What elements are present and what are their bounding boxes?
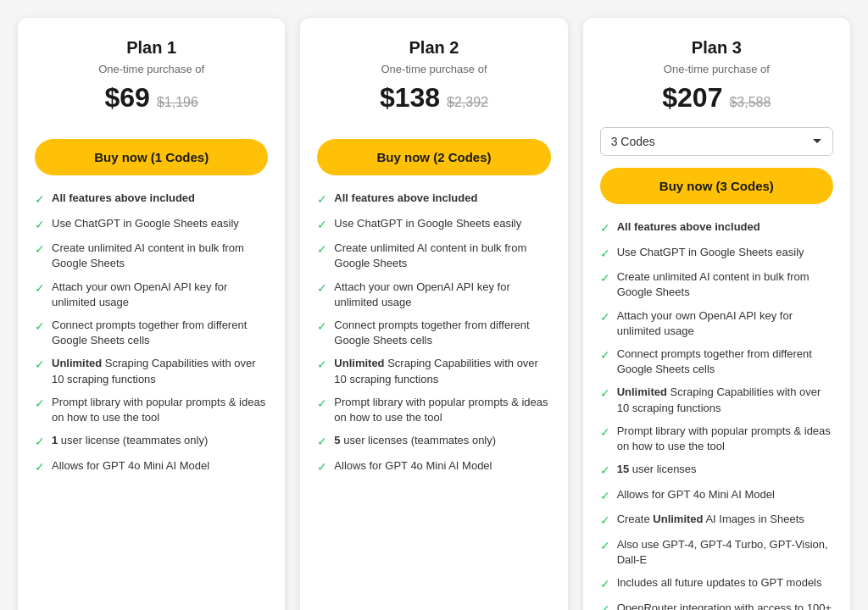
feature-item: ✓Prompt library with popular prompts & i… [317, 395, 550, 425]
feature-text: Allows for GPT 4o Mini AI Model [334, 458, 492, 474]
features-list: ✓All features above included✓Use ChatGPT… [600, 219, 833, 610]
feature-item: ✓Use ChatGPT in Google Sheets easily [35, 216, 268, 234]
plan-subtitle: One-time purchase of [600, 63, 833, 75]
feature-text: OpenRouter integration with access to 10… [617, 601, 833, 610]
feature-text: Unlimited Scraping Capabilities with ove… [52, 356, 268, 386]
feature-text: Attach your own OpenAI API key for unlim… [334, 280, 550, 310]
feature-item: ✓Unlimited Scraping Capabilities with ov… [317, 356, 550, 386]
feature-text: 15 user licenses [617, 462, 697, 477]
features-list: ✓All features above included✓Use ChatGPT… [317, 191, 550, 475]
feature-text: Prompt library with popular prompts & id… [617, 424, 833, 454]
feature-text: Use ChatGPT in Google Sheets easily [617, 245, 804, 260]
check-icon: ✓ [600, 538, 610, 555]
buy-button[interactable]: Buy now (3 Codes) [600, 168, 833, 204]
buy-button[interactable]: Buy now (2 Codes) [317, 139, 550, 175]
feature-item: ✓Create unlimited AI content in bulk fro… [317, 241, 550, 271]
pricing-container: Plan 1One-time purchase of$69$1,196Buy n… [17, 17, 851, 610]
plan-title: Plan 1 [35, 38, 268, 58]
check-icon: ✓ [35, 191, 45, 208]
feature-item: ✓Create unlimited AI content in bulk fro… [600, 269, 833, 300]
feature-item: ✓All features above included [35, 191, 268, 208]
check-icon: ✓ [317, 459, 327, 476]
feature-text: Connect prompts together from different … [52, 318, 268, 348]
feature-item: ✓15 user licenses [600, 462, 833, 480]
feature-text: Attach your own OpenAI API key for unlim… [617, 308, 833, 339]
plan-card-3: Plan 3One-time purchase of$207$3,5881 Co… [582, 17, 851, 610]
plan-header: Plan 1One-time purchase of$69$1,196 [35, 38, 268, 114]
check-icon: ✓ [35, 357, 45, 374]
feature-text: Prompt library with popular prompts & id… [334, 395, 550, 425]
feature-text: All features above included [52, 191, 195, 206]
check-icon: ✓ [600, 488, 610, 505]
plan-price: $69$1,196 [35, 82, 268, 114]
feature-text: Create unlimited AI content in bulk from… [617, 269, 833, 300]
price-original: $2,392 [447, 95, 488, 110]
feature-text: Create unlimited AI content in bulk from… [334, 241, 550, 271]
check-icon: ✓ [317, 319, 327, 336]
plan-title: Plan 3 [600, 38, 833, 58]
feature-item: ✓1 user license (teammates only) [35, 433, 268, 451]
feature-item: ✓Create Unlimited AI Images in Sheets [600, 512, 833, 530]
feature-item: ✓Connect prompts together from different… [317, 318, 550, 348]
check-icon: ✓ [600, 385, 610, 402]
feature-text: 5 user licenses (teammates only) [334, 433, 496, 448]
price-current: $138 [380, 82, 440, 114]
feature-text: Use ChatGPT in Google Sheets easily [52, 216, 239, 231]
dropdown-spacer [35, 127, 268, 139]
feature-item: ✓All features above included [317, 191, 550, 208]
plan-subtitle: One-time purchase of [35, 63, 268, 75]
feature-item: ✓Use ChatGPT in Google Sheets easily [317, 216, 550, 234]
feature-text: Create Unlimited AI Images in Sheets [617, 512, 804, 527]
feature-text: Connect prompts together from different … [617, 347, 833, 377]
feature-text: All features above included [334, 191, 477, 206]
feature-item: ✓Connect prompts together from different… [35, 318, 268, 348]
feature-text: Also use GPT-4, GPT-4 Turbo, GPT-Vision,… [617, 537, 833, 568]
check-icon: ✓ [35, 241, 45, 258]
feature-item: ✓Prompt library with popular prompts & i… [600, 424, 833, 454]
check-icon: ✓ [600, 576, 610, 593]
codes-dropdown[interactable]: 1 Code2 Codes3 Codes [600, 127, 833, 156]
check-icon: ✓ [317, 434, 327, 451]
price-original: $1,196 [157, 95, 198, 110]
plan-card-1: Plan 1One-time purchase of$69$1,196Buy n… [17, 17, 286, 610]
plan-price: $138$2,392 [317, 82, 550, 114]
price-current: $207 [662, 82, 722, 114]
check-icon: ✓ [600, 424, 610, 441]
feature-item: ✓5 user licenses (teammates only) [317, 433, 550, 451]
feature-text: Unlimited Scraping Capabilities with ove… [617, 385, 833, 415]
check-icon: ✓ [600, 513, 610, 530]
feature-item: ✓Create unlimited AI content in bulk fro… [35, 241, 268, 271]
feature-text: Create unlimited AI content in bulk from… [52, 241, 268, 271]
price-original: $3,588 [729, 95, 771, 110]
check-icon: ✓ [600, 463, 610, 480]
feature-text: Allows for GPT 4o Mini AI Model [617, 487, 775, 502]
check-icon: ✓ [600, 602, 610, 610]
feature-text: Attach your own OpenAI API key for unlim… [52, 280, 268, 310]
check-icon: ✓ [317, 357, 327, 374]
plan-title: Plan 2 [317, 38, 550, 58]
buy-button[interactable]: Buy now (1 Codes) [35, 139, 268, 175]
check-icon: ✓ [600, 220, 610, 237]
feature-item: ✓Unlimited Scraping Capabilities with ov… [35, 356, 268, 386]
check-icon: ✓ [317, 396, 327, 413]
feature-item: ✓Includes all future updates to GPT mode… [600, 575, 833, 593]
feature-item: ✓Unlimited Scraping Capabilities with ov… [600, 385, 833, 415]
feature-text: Prompt library with popular prompts & id… [52, 395, 268, 425]
price-current: $69 [105, 82, 150, 114]
plan-header: Plan 2One-time purchase of$138$2,392 [317, 38, 550, 114]
check-icon: ✓ [35, 459, 45, 476]
features-list: ✓All features above included✓Use ChatGPT… [35, 191, 268, 475]
dropdown-spacer [317, 127, 550, 139]
feature-item: ✓Allows for GPT 4o Mini AI Model [317, 458, 550, 476]
check-icon: ✓ [600, 347, 610, 364]
feature-text: Connect prompts together from different … [334, 318, 550, 348]
plan-header: Plan 3One-time purchase of$207$3,588 [600, 38, 833, 114]
check-icon: ✓ [317, 217, 327, 234]
feature-item: ✓Use ChatGPT in Google Sheets easily [600, 245, 833, 263]
check-icon: ✓ [600, 270, 610, 287]
feature-item: ✓Allows for GPT 4o Mini AI Model [600, 487, 833, 505]
check-icon: ✓ [35, 434, 45, 451]
feature-item: ✓Prompt library with popular prompts & i… [35, 395, 268, 425]
plan-card-2: Plan 2One-time purchase of$138$2,392Buy … [299, 17, 568, 610]
check-icon: ✓ [35, 396, 45, 413]
